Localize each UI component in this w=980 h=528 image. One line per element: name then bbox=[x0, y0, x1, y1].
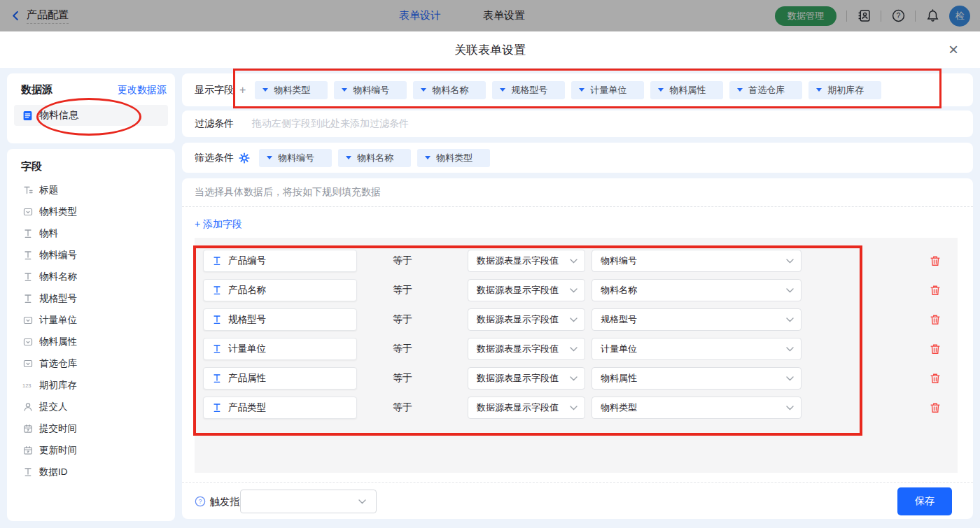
source-field-select[interactable]: 物料属性 bbox=[592, 367, 802, 390]
target-field-box[interactable]: 产品属性 bbox=[203, 367, 357, 390]
field-item-spec-model[interactable]: 规格型号 bbox=[7, 287, 175, 309]
target-field-label: 产品编号 bbox=[228, 255, 266, 267]
field-chip[interactable]: 物料编号 bbox=[259, 149, 332, 167]
rule-row: 产品编号 等于 数据源表显示字段值 物料编号 bbox=[195, 250, 958, 272]
chip-label: 首选仓库 bbox=[748, 84, 785, 97]
field-chip[interactable]: 期初库存 bbox=[808, 81, 881, 99]
target-field-box[interactable]: 计量单位 bbox=[203, 338, 357, 360]
field-item-label: 物料属性 bbox=[39, 336, 77, 348]
field-chip[interactable]: 物料编号 bbox=[334, 81, 407, 99]
delete-rule-icon[interactable] bbox=[930, 373, 941, 384]
source-type-select[interactable]: 数据源表显示字段值 bbox=[468, 367, 585, 390]
caret-down-icon bbox=[421, 88, 426, 92]
field-item-label: 期初库存 bbox=[39, 379, 77, 392]
chip-label: 物料类型 bbox=[436, 152, 472, 164]
add-display-field-button[interactable]: + bbox=[239, 84, 246, 97]
field-chip[interactable]: 物料属性 bbox=[650, 81, 723, 99]
change-datasource-link[interactable]: 更改数据源 bbox=[118, 84, 167, 97]
field-item-label: 物料名称 bbox=[39, 271, 77, 283]
caret-down-icon bbox=[500, 88, 505, 92]
select-icon bbox=[22, 206, 33, 217]
field-item-material-type[interactable]: 物料类型 bbox=[7, 201, 175, 222]
delete-rule-icon[interactable] bbox=[930, 314, 941, 325]
rules-hint-text: 当选择具体数据后，将按如下规则填充数据 bbox=[195, 186, 381, 199]
field-item-preferred-warehouse[interactable]: 首选仓库 bbox=[7, 352, 175, 374]
source-type-value: 数据源表显示字段值 bbox=[477, 255, 559, 267]
field-item-title[interactable]: 标题 bbox=[7, 179, 175, 201]
caret-down-icon bbox=[346, 156, 351, 159]
trigger-formula-select[interactable] bbox=[240, 490, 377, 513]
filter-condition-label: 过滤条件 bbox=[195, 117, 234, 130]
field-chip[interactable]: 物料类型 bbox=[417, 149, 490, 167]
source-field-value: 物料编号 bbox=[601, 255, 637, 267]
field-item-data-id[interactable]: 数据ID bbox=[7, 461, 175, 483]
fill-rules-card: 当选择具体数据后，将按如下规则填充数据 + 添加字段 产品编号 等于 数据源表显… bbox=[182, 178, 973, 519]
delete-rule-icon[interactable] bbox=[930, 285, 941, 296]
target-field-box[interactable]: 产品类型 bbox=[203, 397, 357, 419]
text-icon bbox=[22, 250, 33, 260]
target-field-label: 产品属性 bbox=[228, 372, 266, 385]
field-chip[interactable]: 物料名称 bbox=[413, 81, 486, 99]
modal-header: 关联表单设置 × bbox=[0, 31, 980, 68]
text-icon bbox=[211, 344, 222, 355]
field-chip[interactable]: 首选仓库 bbox=[729, 81, 802, 99]
field-item-label: 计量单位 bbox=[39, 314, 77, 327]
screening-condition-card: 筛选条件 物料编号 物料名称 物料类型 bbox=[182, 143, 973, 173]
field-item-label: 提交人 bbox=[39, 401, 68, 413]
field-item-material-name[interactable]: 物料名称 bbox=[7, 266, 175, 287]
field-item-label: 更新时间 bbox=[39, 444, 77, 457]
field-item-label: 规格型号 bbox=[39, 292, 77, 305]
screen: 产品配置 表单设计 表单设置 数据管理 检 关联表单设置 × 数据源 更改数 bbox=[0, 0, 980, 528]
source-type-select[interactable]: 数据源表显示字段值 bbox=[468, 397, 585, 419]
field-item-initial-stock[interactable]: 期初库存 bbox=[7, 374, 175, 396]
rule-row: 规格型号 等于 数据源表显示字段值 规格型号 bbox=[195, 308, 958, 331]
target-field-box[interactable]: 规格型号 bbox=[203, 308, 357, 331]
rule-row: 产品名称 等于 数据源表显示字段值 物料名称 bbox=[195, 279, 958, 301]
field-item-update-time[interactable]: 更新时间 bbox=[7, 439, 175, 461]
person-icon bbox=[22, 401, 33, 412]
save-button[interactable]: 保存 bbox=[897, 487, 952, 515]
field-item-submitter[interactable]: 提交人 bbox=[7, 396, 175, 418]
screening-field-chips: 物料编号 物料名称 物料类型 bbox=[259, 149, 490, 167]
delete-rule-icon[interactable] bbox=[930, 255, 941, 266]
source-type-select[interactable]: 数据源表显示字段值 bbox=[468, 279, 585, 301]
field-item-unit[interactable]: 计量单位 bbox=[7, 309, 175, 331]
source-type-select[interactable]: 数据源表显示字段值 bbox=[468, 338, 585, 360]
field-chip[interactable]: 物料类型 bbox=[255, 81, 328, 99]
chip-label: 期初库存 bbox=[827, 84, 864, 97]
add-field-link[interactable]: + 添加字段 bbox=[195, 218, 242, 231]
field-chip[interactable]: 物料名称 bbox=[338, 149, 411, 167]
selected-datasource-item[interactable]: 物料信息 bbox=[14, 105, 168, 126]
source-field-select[interactable]: 规格型号 bbox=[592, 308, 802, 331]
rules-panel: 产品编号 等于 数据源表显示字段值 物料编号 产品名称 等于 数据源表显示字段值… bbox=[195, 238, 958, 473]
source-field-select[interactable]: 物料编号 bbox=[592, 250, 802, 272]
source-field-select[interactable]: 物料类型 bbox=[592, 397, 802, 419]
fields-title: 字段 bbox=[7, 149, 175, 179]
gear-icon[interactable] bbox=[239, 152, 250, 164]
target-field-box[interactable]: 产品名称 bbox=[203, 279, 357, 301]
field-item-material-attr[interactable]: 物料属性 bbox=[7, 331, 175, 352]
field-item-submit-time[interactable]: 提交时间 bbox=[7, 418, 175, 439]
delete-rule-icon[interactable] bbox=[930, 343, 941, 355]
source-type-select[interactable]: 数据源表显示字段值 bbox=[468, 308, 585, 331]
fields-list: 标题 物料类型 物料 物料编号 物料名称 规格型号 计量单位 物料属性 首选仓库… bbox=[7, 179, 175, 483]
selected-datasource-label: 物料信息 bbox=[39, 109, 78, 122]
source-field-select[interactable]: 计量单位 bbox=[592, 338, 802, 360]
help-circle-icon[interactable] bbox=[195, 496, 206, 507]
delete-rule-icon[interactable] bbox=[930, 402, 941, 413]
target-field-box[interactable]: 产品编号 bbox=[203, 250, 357, 272]
chip-label: 物料名称 bbox=[432, 84, 468, 97]
field-item-label: 物料类型 bbox=[39, 206, 77, 218]
field-chip[interactable]: 计量单位 bbox=[571, 81, 644, 99]
chip-label: 规格型号 bbox=[511, 84, 547, 97]
form-doc-icon bbox=[22, 110, 33, 121]
field-item-material[interactable]: 物料 bbox=[7, 222, 175, 244]
field-item-material-no[interactable]: 物料编号 bbox=[7, 244, 175, 266]
source-type-select[interactable]: 数据源表显示字段值 bbox=[468, 250, 585, 272]
text-icon bbox=[211, 315, 222, 325]
field-chip[interactable]: 规格型号 bbox=[492, 81, 565, 99]
operator-label: 等于 bbox=[393, 397, 412, 419]
close-icon[interactable]: × bbox=[942, 38, 965, 61]
filter-dropzone-placeholder[interactable]: 拖动左侧字段到此处来添加过滤条件 bbox=[252, 117, 409, 130]
source-field-select[interactable]: 物料名称 bbox=[592, 279, 802, 301]
